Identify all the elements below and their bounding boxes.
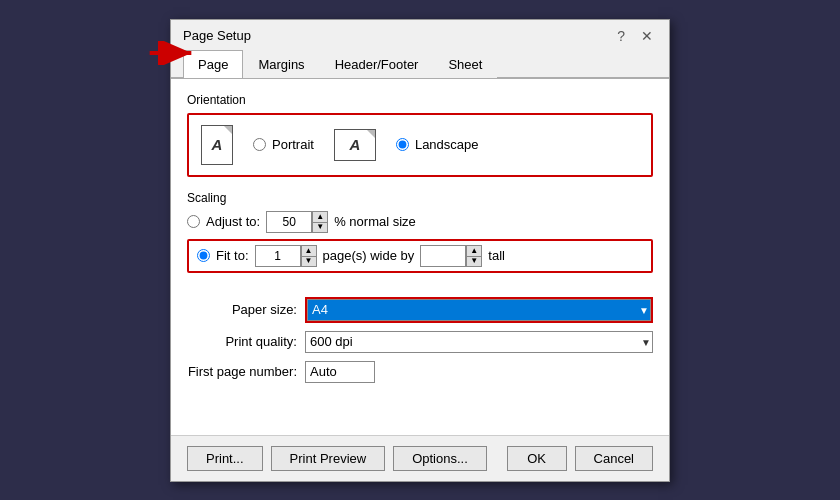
adjust-spin-up[interactable]: ▲: [312, 211, 328, 222]
orientation-label: Orientation: [187, 93, 653, 107]
landscape-radio[interactable]: [396, 138, 409, 151]
dialog-footer: Print... Print Preview Options... OK Can…: [171, 435, 669, 481]
tab-bar: Page Margins Header/Footer Sheet: [171, 50, 669, 78]
paper-size-row: Paper size: A4 Letter A3 ▼: [187, 297, 653, 323]
adjust-option[interactable]: Adjust to:: [187, 214, 260, 229]
title-bar: Page Setup ? ✕: [171, 20, 669, 50]
paper-size-label: Paper size:: [187, 302, 297, 317]
landscape-option[interactable]: Landscape: [396, 137, 479, 152]
print-button[interactable]: Print...: [187, 446, 263, 471]
dialog-body: Orientation A Portrait A: [171, 78, 669, 435]
scaling-fit-box: Fit to: ▲ ▼ page(s) wide by ▲: [187, 239, 653, 273]
fit-option[interactable]: Fit to:: [197, 248, 249, 263]
adjust-radio[interactable]: [187, 215, 200, 228]
landscape-label: Landscape: [415, 137, 479, 152]
portrait-icon: A: [201, 125, 233, 165]
fit-tall-group: ▲ ▼: [420, 245, 482, 267]
ok-button[interactable]: OK: [507, 446, 567, 471]
red-arrow-annotation: [148, 41, 198, 65]
print-quality-label: Print quality:: [187, 334, 297, 349]
tab-header-footer[interactable]: Header/Footer: [320, 50, 434, 78]
adjust-suffix: % normal size: [334, 214, 416, 229]
paper-size-select-wrapper: A4 Letter A3 ▼: [305, 297, 653, 323]
landscape-icon: A: [334, 129, 376, 161]
scaling-section: Scaling Adjust to: ▲ ▼ % normal siz: [187, 191, 653, 273]
cancel-button[interactable]: Cancel: [575, 446, 653, 471]
fit-wide-input[interactable]: [255, 245, 301, 267]
fit-tall-suffix: tall: [488, 248, 505, 263]
fit-radio[interactable]: [197, 249, 210, 262]
close-button[interactable]: ✕: [637, 28, 657, 44]
portrait-option[interactable]: Portrait: [253, 137, 314, 152]
fit-pages-suffix: page(s) wide by: [323, 248, 415, 263]
first-page-input[interactable]: [305, 361, 375, 383]
fit-tall-input[interactable]: [420, 245, 466, 267]
paper-size-select[interactable]: A4 Letter A3: [307, 299, 651, 321]
first-page-label: First page number:: [187, 364, 297, 379]
fit-wide-down[interactable]: ▼: [301, 256, 317, 267]
options-button[interactable]: Options...: [393, 446, 487, 471]
scaling-label: Scaling: [187, 191, 653, 205]
scaling-adjust-row: Adjust to: ▲ ▼ % normal size: [187, 211, 653, 233]
fit-wide-spin-btns: ▲ ▼: [301, 245, 317, 267]
portrait-radio[interactable]: [253, 138, 266, 151]
adjust-label: Adjust to:: [206, 214, 260, 229]
adjust-value-input[interactable]: [266, 211, 312, 233]
print-quality-row: Print quality: 600 dpi 300 dpi 1200 dpi …: [187, 331, 653, 353]
page-setup-dialog: Page Setup ? ✕ Page Margins Header/Foote…: [170, 19, 670, 482]
first-page-row: First page number:: [187, 361, 653, 383]
tab-sheet[interactable]: Sheet: [433, 50, 497, 78]
orientation-row: A Portrait A Landscape: [201, 125, 639, 165]
help-button[interactable]: ?: [613, 28, 629, 44]
fit-label: Fit to:: [216, 248, 249, 263]
print-preview-button[interactable]: Print Preview: [271, 446, 386, 471]
adjust-spin-down[interactable]: ▼: [312, 222, 328, 233]
footer-left-buttons: Print... Print Preview Options...: [187, 446, 487, 471]
print-quality-select[interactable]: 600 dpi 300 dpi 1200 dpi: [305, 331, 653, 353]
fit-tall-down[interactable]: ▼: [466, 256, 482, 267]
fit-tall-spin-btns: ▲ ▼: [466, 245, 482, 267]
orientation-box: A Portrait A Landscape: [187, 113, 653, 177]
fit-wide-up[interactable]: ▲: [301, 245, 317, 256]
title-bar-controls: ? ✕: [613, 28, 657, 44]
adjust-spin-btns: ▲ ▼: [312, 211, 328, 233]
print-quality-select-wrapper: 600 dpi 300 dpi 1200 dpi ▼: [305, 331, 653, 353]
tab-margins[interactable]: Margins: [243, 50, 319, 78]
fit-wide-group: ▲ ▼: [255, 245, 317, 267]
portrait-label: Portrait: [272, 137, 314, 152]
adjust-spin-group: ▲ ▼: [266, 211, 328, 233]
footer-right-buttons: OK Cancel: [507, 446, 653, 471]
fit-tall-up[interactable]: ▲: [466, 245, 482, 256]
